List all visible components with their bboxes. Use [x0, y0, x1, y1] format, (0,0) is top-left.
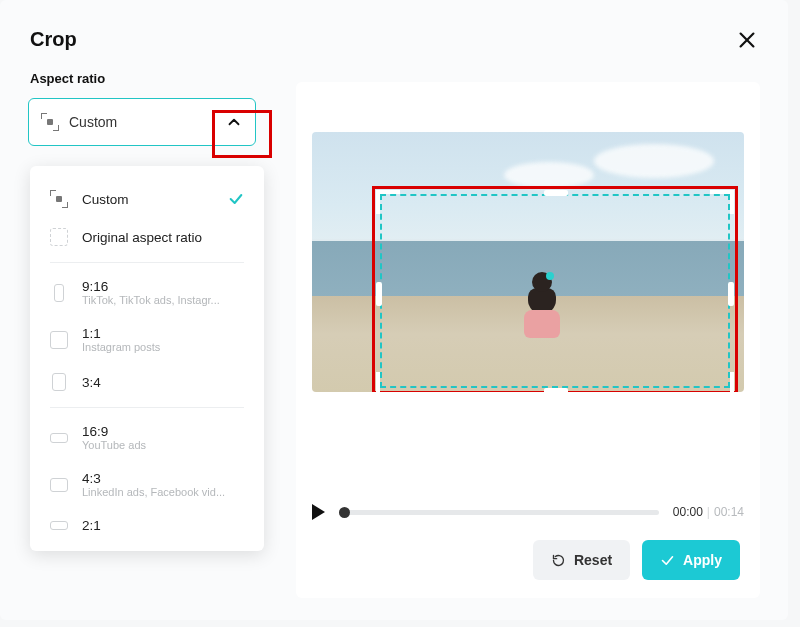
actions: Reset Apply: [533, 540, 740, 580]
crop-handle-top[interactable]: [544, 190, 568, 196]
option-sublabel: LinkedIn ads, Facebook vid...: [82, 486, 225, 498]
ratio-icon: [52, 373, 66, 391]
crop-panel: Crop Aspect ratio Custom Custom Original…: [0, 0, 788, 620]
seek-track[interactable]: [339, 510, 659, 515]
ratio-icon: [50, 433, 68, 443]
player-bar: 00:00|00:14: [312, 504, 744, 520]
crop-handle-right[interactable]: [728, 282, 734, 306]
ratio-icon: [50, 478, 68, 492]
crop-handle-tr[interactable]: [710, 190, 734, 214]
apply-button[interactable]: Apply: [642, 540, 740, 580]
check-icon: [660, 553, 675, 568]
close-icon: [736, 29, 758, 51]
panel-title: Crop: [30, 28, 77, 51]
option-label: 3:4: [82, 375, 101, 390]
option-label: 1:1: [82, 326, 160, 341]
option-1-1[interactable]: 1:1 Instagram posts: [40, 316, 254, 363]
close-button[interactable]: [736, 29, 758, 51]
reset-icon: [551, 553, 566, 568]
custom-crop-icon: [50, 190, 68, 208]
video-preview[interactable]: [312, 132, 744, 392]
option-label: Custom: [82, 192, 129, 207]
preview-cloud: [504, 162, 594, 188]
crop-handle-tl[interactable]: [376, 190, 400, 214]
option-custom[interactable]: Custom: [40, 180, 254, 218]
option-label: 2:1: [82, 518, 101, 533]
panel-header: Crop: [0, 0, 788, 61]
divider: [50, 262, 244, 263]
option-sublabel: YouTube ads: [82, 439, 146, 451]
crop-handle-left[interactable]: [376, 282, 382, 306]
aspect-ratio-select-value: Custom: [69, 114, 243, 130]
option-label: 16:9: [82, 424, 146, 439]
preview-cloud: [594, 144, 714, 178]
option-sublabel: Instagram posts: [82, 341, 160, 353]
crop-handle-bl[interactable]: [376, 372, 400, 392]
reset-button-label: Reset: [574, 552, 612, 568]
option-label: 9:16: [82, 279, 220, 294]
ratio-icon: [54, 284, 64, 302]
reset-button[interactable]: Reset: [533, 540, 630, 580]
divider: [50, 407, 244, 408]
option-4-3[interactable]: 4:3 LinkedIn ads, Facebook vid...: [40, 461, 254, 508]
ratio-icon: [50, 331, 68, 349]
preview-area: 00:00|00:14 Reset Apply: [296, 82, 760, 598]
aspect-ratio-select[interactable]: Custom: [28, 98, 256, 146]
option-3-4[interactable]: 3:4: [40, 363, 254, 401]
check-icon: [228, 191, 244, 207]
option-9-16[interactable]: 9:16 TikTok, TikTok ads, Instagr...: [40, 269, 254, 316]
ratio-icon: [50, 521, 68, 530]
preview-person: [519, 272, 565, 336]
time-current: 00:00: [673, 505, 703, 519]
time-duration: 00:14: [714, 505, 744, 519]
option-label: 4:3: [82, 471, 225, 486]
time-display: 00:00|00:14: [673, 505, 744, 519]
crop-handle-bottom[interactable]: [544, 388, 568, 392]
play-button[interactable]: [312, 504, 325, 520]
option-2-1[interactable]: 2:1: [40, 508, 254, 543]
option-label: Original aspect ratio: [82, 230, 202, 245]
apply-button-label: Apply: [683, 552, 722, 568]
chevron-up-icon: [225, 113, 243, 131]
crop-handle-br[interactable]: [710, 372, 734, 392]
ratio-icon: [50, 228, 68, 246]
option-original[interactable]: Original aspect ratio: [40, 218, 254, 256]
custom-crop-icon: [41, 113, 59, 131]
option-16-9[interactable]: 16:9 YouTube ads: [40, 414, 254, 461]
aspect-ratio-dropdown: Custom Original aspect ratio 9:16 TikTok…: [30, 166, 264, 551]
option-sublabel: TikTok, TikTok ads, Instagr...: [82, 294, 220, 306]
